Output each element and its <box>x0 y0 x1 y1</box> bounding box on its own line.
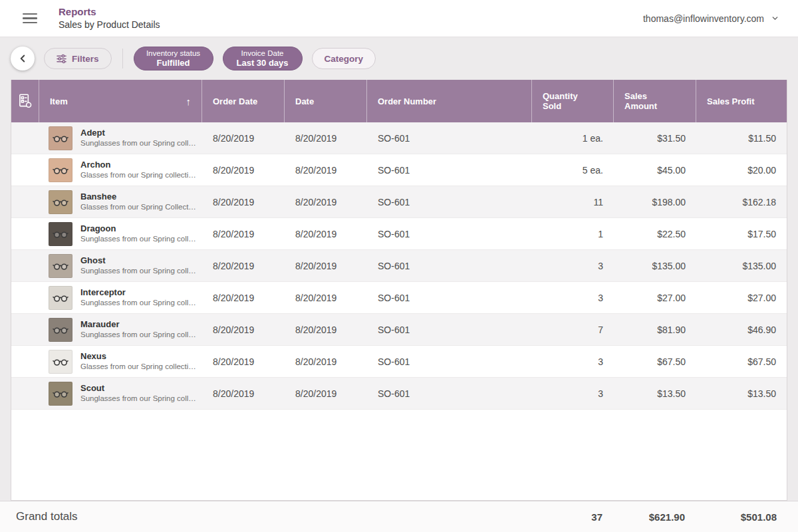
column-header-sales-amount[interactable]: Sales Amount <box>614 80 696 122</box>
column-header-date[interactable]: Date <box>285 80 367 122</box>
filters-button-label: Filters <box>72 54 99 64</box>
filters-button[interactable]: Filters <box>44 48 112 69</box>
sort-ascending-icon: ↑ <box>186 96 192 107</box>
column-header-label: Date <box>295 96 314 106</box>
row-options-cell <box>11 346 39 377</box>
table-empty-area <box>11 410 787 500</box>
filter-bar: Filters Inventory status Fulfilled Invoi… <box>0 37 798 80</box>
account-menu[interactable]: thomas@inflowinventory.com <box>643 13 779 24</box>
product-thumbnail <box>49 286 72 310</box>
table-row[interactable]: Archon Glasses from our Spring collectio… <box>11 154 787 186</box>
filter-pill-invoice-date[interactable]: Invoice Date Last 30 days <box>223 47 303 70</box>
sales-amount: $27.00 <box>614 282 696 313</box>
item-cell: Scout Sunglasses from our Spring collect… <box>39 378 202 409</box>
sales-profit: $20.00 <box>696 154 787 186</box>
table-row[interactable]: Interceptor Sunglasses from our Spring c… <box>11 282 787 314</box>
item-cell: Archon Glasses from our Spring collectio… <box>39 154 202 186</box>
quantity-sold: 3 <box>532 378 614 409</box>
row-options-cell <box>11 282 39 313</box>
quantity-sold: 5 ea. <box>532 154 614 186</box>
product-thumbnail <box>49 126 72 150</box>
item-name: Interceptor <box>80 287 197 299</box>
top-bar: Reports Sales by Product Details thomas@… <box>0 0 798 37</box>
back-button[interactable] <box>11 47 35 70</box>
sales-profit: $13.50 <box>696 378 787 409</box>
column-header-order-number[interactable]: Order Number <box>367 80 532 122</box>
order-number: SO-601 <box>367 346 532 377</box>
filter-pill-label: Invoice Date <box>241 49 284 58</box>
date: 8/20/2019 <box>285 346 367 377</box>
table-body: Adept Sunglasses from our Spring collect… <box>11 122 787 410</box>
quantity-sold: 3 <box>532 250 614 281</box>
order-number: SO-601 <box>367 154 532 186</box>
glasses-icon <box>52 385 69 402</box>
table-row[interactable]: Nexus Glasses from our Spring collection… <box>11 346 787 378</box>
filter-pill-label: Inventory status <box>146 49 200 58</box>
quantity-sold: 1 <box>532 218 614 249</box>
date: 8/20/2019 <box>285 218 367 249</box>
order-number: SO-601 <box>367 314 532 345</box>
column-header-label: Item <box>50 96 68 106</box>
date: 8/20/2019 <box>285 282 367 313</box>
sales-profit: $17.50 <box>696 218 787 249</box>
app-title: Reports <box>59 5 160 19</box>
column-header-label: Quantity Sold <box>543 91 589 111</box>
report-columns-icon <box>17 92 34 110</box>
item-cell: Adept Sunglasses from our Spring collect… <box>39 122 202 154</box>
account-email: thomas@inflowinventory.com <box>643 13 764 24</box>
sales-profit: $135.00 <box>696 250 787 281</box>
sales-profit: $67.50 <box>696 346 787 377</box>
table-row[interactable]: Marauder Sunglasses from our Spring coll… <box>11 314 787 346</box>
table-row[interactable]: Dragoon Sunglasses from our Spring colle… <box>11 218 787 250</box>
table-row[interactable]: Banshee Glasses from our Spring Collecti… <box>11 186 787 218</box>
order-number: SO-601 <box>367 122 532 154</box>
sales-amount: $81.90 <box>614 314 696 345</box>
grand-totals-bar: Grand totals 37 $621.90 $501.08 <box>0 501 798 532</box>
item-name: Scout <box>80 383 197 394</box>
order-date: 8/20/2019 <box>202 282 285 313</box>
order-date: 8/20/2019 <box>202 154 285 186</box>
date: 8/20/2019 <box>285 378 367 409</box>
product-thumbnail <box>49 222 72 246</box>
column-header-label: Order Date <box>213 96 257 106</box>
item-cell: Dragoon Sunglasses from our Spring colle… <box>39 218 202 249</box>
item-cell: Interceptor Sunglasses from our Spring c… <box>39 282 202 313</box>
column-header-quantity-sold[interactable]: Quantity Sold <box>532 80 614 122</box>
table-options-header-cell[interactable] <box>11 80 39 122</box>
column-header-order-date[interactable]: Order Date <box>202 80 285 122</box>
quantity-sold: 3 <box>532 346 614 377</box>
column-header-item[interactable]: Item ↑ <box>39 80 202 122</box>
sales-amount: $22.50 <box>614 218 696 249</box>
order-date: 8/20/2019 <box>202 250 285 281</box>
item-description: Sunglasses from our Spring collection <box>80 138 197 148</box>
category-filter-button[interactable]: Category <box>312 48 376 69</box>
date: 8/20/2019 <box>285 154 367 186</box>
sliders-icon <box>57 54 66 64</box>
filter-pill-inventory-status[interactable]: Inventory status Fulfilled <box>134 47 213 70</box>
table-header-row: Item ↑ Order Date Date Order Number Quan… <box>11 80 787 122</box>
quantity-sold: 7 <box>532 314 614 345</box>
category-button-label: Category <box>325 54 364 64</box>
table-row[interactable]: Ghost Sunglasses from our Spring collect… <box>11 250 787 282</box>
item-description: Sunglasses from our Spring collection <box>80 266 197 276</box>
row-options-cell <box>11 218 39 249</box>
glasses-icon <box>52 353 69 370</box>
product-thumbnail <box>49 190 72 214</box>
page-header: Reports Sales by Product Details <box>59 5 160 31</box>
menu-icon[interactable] <box>21 11 39 27</box>
order-date: 8/20/2019 <box>202 378 285 409</box>
glasses-icon <box>52 162 69 179</box>
column-header-label: Sales Profit <box>707 96 755 106</box>
table-row[interactable]: Adept Sunglasses from our Spring collect… <box>11 122 787 154</box>
filter-pill-value: Last 30 days <box>236 58 288 68</box>
date: 8/20/2019 <box>285 122 367 154</box>
order-number: SO-601 <box>367 186 532 217</box>
sales-profit: $27.00 <box>696 282 787 313</box>
column-header-sales-profit[interactable]: Sales Profit <box>696 80 787 122</box>
item-cell: Ghost Sunglasses from our Spring collect… <box>39 250 202 281</box>
row-options-cell <box>11 122 39 154</box>
sales-amount: $13.50 <box>614 378 696 409</box>
glasses-icon <box>52 257 69 275</box>
sales-amount: $198.00 <box>614 186 696 217</box>
table-row[interactable]: Scout Sunglasses from our Spring collect… <box>11 378 787 410</box>
